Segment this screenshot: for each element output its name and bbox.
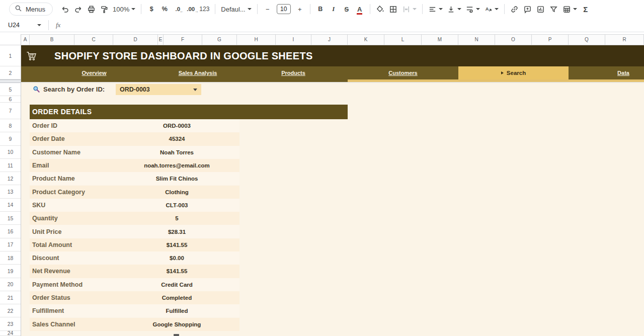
increase-decimal-button[interactable]: .00→ <box>185 3 197 16</box>
strikethrough-button[interactable]: S <box>341 3 353 16</box>
paint-format-button[interactable] <box>98 3 110 16</box>
print-button[interactable] <box>85 3 97 16</box>
tab-customers[interactable]: Customers <box>388 66 417 79</box>
field-value-cell[interactable]: ORD-0003 <box>114 119 239 132</box>
field-label-cell[interactable]: Net Revenue <box>32 265 70 278</box>
order-id-dropdown[interactable]: ORD-0003 <box>116 84 201 95</box>
font-size-input[interactable]: 10 <box>277 4 291 14</box>
row-header-5[interactable]: 5 <box>0 83 21 96</box>
zoom-select[interactable]: 100% <box>111 3 137 16</box>
field-value-cell[interactable]: Credit Card <box>114 278 239 291</box>
format-currency-button[interactable]: $ <box>145 3 157 16</box>
dashboard-title-cell[interactable]: SHOPIFY STORE DASHBOARD IN GOOGLE SHEETS <box>21 45 644 66</box>
row-header-19[interactable]: 19 <box>0 265 21 278</box>
text-color-button[interactable]: A <box>354 3 366 16</box>
decrease-font-size-button[interactable]: − <box>262 3 274 16</box>
row-header-2[interactable]: 2 <box>0 66 21 79</box>
increase-font-size-button[interactable]: + <box>294 3 306 16</box>
row-header-10[interactable]: 10 <box>0 146 21 159</box>
field-label-cell[interactable]: Payment Method <box>32 278 83 291</box>
text-rotation-button[interactable]: A <box>482 3 500 16</box>
field-label-cell[interactable]: Product Name <box>32 172 75 185</box>
italic-button[interactable]: I <box>328 3 340 16</box>
field-label-cell[interactable]: Total Amount <box>32 238 72 251</box>
insert-table-button[interactable] <box>561 3 579 16</box>
field-value-cell[interactable]: Slim Fit Chinos <box>114 172 239 185</box>
field-value-cell[interactable]: $141.55 <box>114 238 239 251</box>
formula-input[interactable] <box>60 18 644 32</box>
row-header-16[interactable]: 16 <box>0 225 21 238</box>
row-header-12[interactable]: 12 <box>0 172 21 185</box>
row-header-13[interactable]: 13 <box>0 186 21 199</box>
tab-products[interactable]: Products <box>281 66 305 79</box>
row-header-18[interactable]: 18 <box>0 251 21 265</box>
select-all-corner[interactable] <box>0 34 21 45</box>
name-box[interactable]: U24 <box>0 22 37 29</box>
functions-button[interactable]: Σ <box>580 3 592 16</box>
merge-cells-button[interactable] <box>400 3 418 16</box>
field-label-cell[interactable]: Order ID <box>32 119 57 132</box>
decrease-decimal-button[interactable]: .0← <box>172 3 184 16</box>
bold-button[interactable]: B <box>314 3 327 16</box>
search-by-order-label[interactable]: Search by Order ID: <box>43 83 105 96</box>
row-header-22[interactable]: 22 <box>0 304 21 317</box>
field-value-cell[interactable]: Completed <box>114 291 239 304</box>
text-wrap-button[interactable] <box>464 3 481 16</box>
insert-comment-button[interactable] <box>522 3 534 16</box>
borders-button[interactable] <box>387 3 399 16</box>
vertical-align-button[interactable] <box>445 3 463 16</box>
row-header-11[interactable]: 11 <box>0 159 21 172</box>
field-value-cell[interactable]: $141.55 <box>114 265 239 278</box>
tab-overview[interactable]: Overview <box>82 66 107 79</box>
field-label-cell[interactable]: Fulfillment <box>32 304 64 317</box>
insert-link-button[interactable] <box>509 3 521 16</box>
number-format-button[interactable]: 123 <box>198 3 211 16</box>
field-label-cell[interactable]: Customer Name <box>32 146 80 159</box>
row-header-9[interactable]: 9 <box>0 132 21 145</box>
field-value-cell[interactable]: CLT-003 <box>114 199 239 212</box>
field-label-cell[interactable]: Discount <box>32 251 59 265</box>
row-header-6[interactable]: 6 <box>0 96 21 103</box>
field-label-cell[interactable]: Email <box>32 159 49 172</box>
chevron-down-icon[interactable] <box>37 24 41 26</box>
field-label-cell[interactable]: SKU <box>32 199 45 212</box>
field-value-cell[interactable]: Clothing <box>114 186 239 199</box>
row-header-15[interactable]: 15 <box>0 212 21 225</box>
fill-color-button[interactable] <box>374 3 386 16</box>
tab-search[interactable]: Search <box>458 66 569 79</box>
row-header-7[interactable]: 7 <box>0 103 21 119</box>
format-percent-button[interactable]: % <box>158 3 171 16</box>
field-label-cell[interactable]: Order Status <box>32 291 70 304</box>
horizontal-align-button[interactable] <box>427 3 444 16</box>
font-family-select[interactable]: Defaul... <box>219 3 253 16</box>
menus-button[interactable]: Menus <box>9 3 53 16</box>
field-label-cell[interactable]: Quantity <box>32 212 58 225</box>
field-label-cell[interactable]: Order Date <box>32 132 65 145</box>
field-value-cell[interactable]: $0.00 <box>114 251 239 265</box>
row-header-1[interactable]: 1 <box>0 45 21 66</box>
field-value-cell[interactable]: Google Shopping <box>114 318 239 331</box>
redo-button[interactable] <box>72 3 84 16</box>
hidden-rows-indicator[interactable] <box>0 79 21 83</box>
create-filter-button[interactable] <box>548 3 560 16</box>
row-header-24[interactable]: 24 <box>0 331 21 336</box>
tab-sales-analysis[interactable]: Sales Analysis <box>179 66 217 79</box>
row-header-23[interactable]: 23 <box>0 318 21 331</box>
undo-button[interactable] <box>59 3 71 16</box>
row-header-20[interactable]: 20 <box>0 278 21 291</box>
row-header-14[interactable]: 14 <box>0 199 21 212</box>
row-header-8[interactable]: 8 <box>0 119 21 132</box>
field-label-cell[interactable]: Unit Price <box>32 225 61 238</box>
field-value-cell[interactable]: $28.31 <box>114 225 239 238</box>
row-header-21[interactable]: 21 <box>0 291 21 304</box>
row-header-17[interactable]: 17 <box>0 238 21 251</box>
field-value-cell[interactable]: 5 <box>114 212 239 225</box>
tab-data[interactable]: Data <box>617 66 629 79</box>
field-value-cell[interactable]: Noah Torres <box>114 146 239 159</box>
order-details-header[interactable]: ORDER DETAILS <box>30 105 348 119</box>
field-value-cell[interactable]: 45324 <box>114 132 239 145</box>
insert-chart-button[interactable] <box>535 3 547 16</box>
field-label-cell[interactable]: Sales Channel <box>32 318 75 331</box>
field-value-cell[interactable]: noah.torres@email.com <box>114 159 239 172</box>
field-value-cell[interactable]: Fulfilled <box>114 304 239 317</box>
